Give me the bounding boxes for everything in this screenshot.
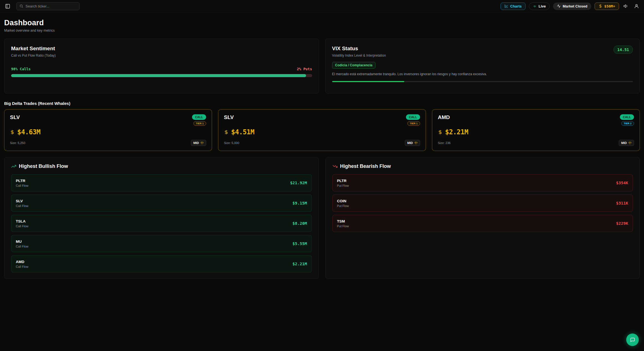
bullish-flow-row[interactable]: AMD Call Flow $2.21M [11,255,312,272]
flow-type-label: Put Flow [337,204,349,208]
whale-premium-value: $4.51M [231,128,254,136]
bearish-flow-row[interactable]: COIN Put Flow $311K [332,195,633,212]
flow-ticker: AMD [16,260,28,264]
dashboard-page: Dashboard Market overview and key metric… [0,19,644,279]
whale-size-label: Size: 5,250 [10,141,25,145]
fill-mode-badge: MID [619,140,634,146]
dollar-icon [224,130,229,135]
call-type-badge: CALL [406,114,420,120]
bullish-flow-panel: Highest Bullish Flow PLTR Call Flow $21.… [4,157,319,279]
bullish-flow-row[interactable]: MU Call Flow $5.55M [11,235,312,252]
fill-mode-label: MID [407,141,413,145]
market-sentiment-card: Market Sentiment Call vs Put Flow Ratio … [4,39,319,94]
flow-type-label: Call Flow [16,224,28,228]
call-ratio-fill [11,74,306,77]
bullish-panel-title: Highest Bullish Flow [19,163,68,169]
puts-percentage-label: 2% Puts [297,67,312,71]
call-type-badge: CALL [192,114,206,120]
chat-bubble-icon [630,337,635,342]
whale-size-label: Size: 5,000 [224,141,239,145]
flow-type-label: Call Flow [16,204,28,208]
speaker-icon [623,4,628,9]
search-input[interactable] [26,4,77,8]
fill-mode-label: MID [193,141,199,145]
page-subtitle: Market overview and key metrics [4,29,640,32]
vix-gauge-bar [332,81,633,82]
fill-mode-badge: MID [405,140,420,146]
wifi-icon [533,4,537,8]
flow-ticker: COIN [337,199,349,203]
live-indicator[interactable]: Live [529,2,550,10]
bullish-flow-row[interactable]: TSLA Call Flow $8.20M [11,215,312,232]
whale-card[interactable]: SLV CALL TIER 1 $4.51M Size: 5,000 MID [218,109,426,151]
tier-badge: TIER 1 [193,121,206,126]
flow-type-label: Call Flow [16,265,28,268]
vix-state-badge: Codicia / Complacencia [332,62,376,69]
flow-type-label: Put Flow [337,224,349,228]
flow-value: $8.20M [292,221,307,226]
trending-up-icon [11,164,16,169]
bullish-flow-row[interactable]: SLV Call Flow $9.15M [11,195,312,212]
sidebar-toggle-button[interactable] [4,2,11,10]
market-status-badge[interactable]: Market Closed [553,2,591,10]
search-box[interactable] [16,2,80,10]
chat-button[interactable] [626,334,639,346]
charts-button-label: Charts [510,4,522,8]
live-label: Live [539,4,546,8]
sound-toggle-button[interactable] [622,2,630,10]
flow-ticker: TSM [337,219,349,223]
whale-filter-label: $50M+ [604,4,615,8]
dollar-icon [10,130,15,135]
scale-icon [200,141,204,145]
market-status-label: Market Closed [563,4,587,8]
whale-filter-button[interactable]: $50M+ [595,2,619,10]
sentiment-subtitle: Call vs Put Flow Ratio (Today) [11,54,312,57]
whale-premium-value: $4.63M [17,128,41,136]
flow-ticker: PLTR [337,179,349,183]
call-type-badge: CALL [620,114,634,120]
vix-description: El mercado está extremadamente tranquilo… [332,72,633,76]
flow-type-label: Call Flow [16,245,28,248]
panel-left-icon [5,4,10,9]
flow-value: $5.55M [292,241,307,246]
scale-icon [628,141,632,145]
page-title: Dashboard [4,19,640,27]
flow-value: $354K [616,181,628,185]
flow-value: $229K [616,221,628,226]
sentiment-title: Market Sentiment [11,46,312,52]
flow-value: $9.15M [292,201,307,205]
line-chart-icon [504,4,508,8]
whales-section-title: Big Delta Trades (Recent Whales) [4,101,640,106]
charts-button[interactable]: Charts [501,2,526,10]
dollar-icon [598,4,602,8]
flow-type-label: Call Flow [16,184,28,187]
fill-mode-badge: MID [191,140,206,146]
tier-badge: TIER 2 [621,121,634,126]
bearish-panel-title: Highest Bearish Flow [340,163,391,169]
calls-percentage-label: 98% Calls [11,67,31,71]
whale-premium-value: $2.21M [445,128,468,136]
vix-title: VIX Status [332,46,386,52]
dollar-icon [438,130,443,135]
flow-ticker: TSLA [16,219,28,223]
vix-gauge-fill [332,81,404,82]
account-button[interactable] [633,2,640,10]
bearish-flow-row[interactable]: TSM Put Flow $229K [332,215,633,232]
tier-badge: TIER 1 [407,121,420,126]
whale-size-label: Size: 236 [438,141,451,145]
vix-value-badge: 14.51 [613,46,633,54]
activity-icon [557,4,561,8]
trending-down-icon [332,164,338,169]
bullish-flow-row[interactable]: PLTR Call Flow $21.92M [11,174,312,191]
whale-ticker: AMD [438,114,450,120]
flow-value: $311K [616,201,628,205]
scale-icon [414,141,418,145]
whale-ticker: SLV [224,114,234,120]
user-icon [634,4,639,9]
flow-ticker: MU [16,239,28,244]
bearish-flow-row[interactable]: PLTR Put Flow $354K [332,174,633,191]
flow-value: $2.21M [292,262,307,266]
search-icon [19,4,23,8]
whale-card[interactable]: SLV CALL TIER 1 $4.63M Size: 5,250 MID [4,109,212,151]
whale-card[interactable]: AMD CALL TIER 2 $2.21M Size: 236 MID [432,109,640,151]
